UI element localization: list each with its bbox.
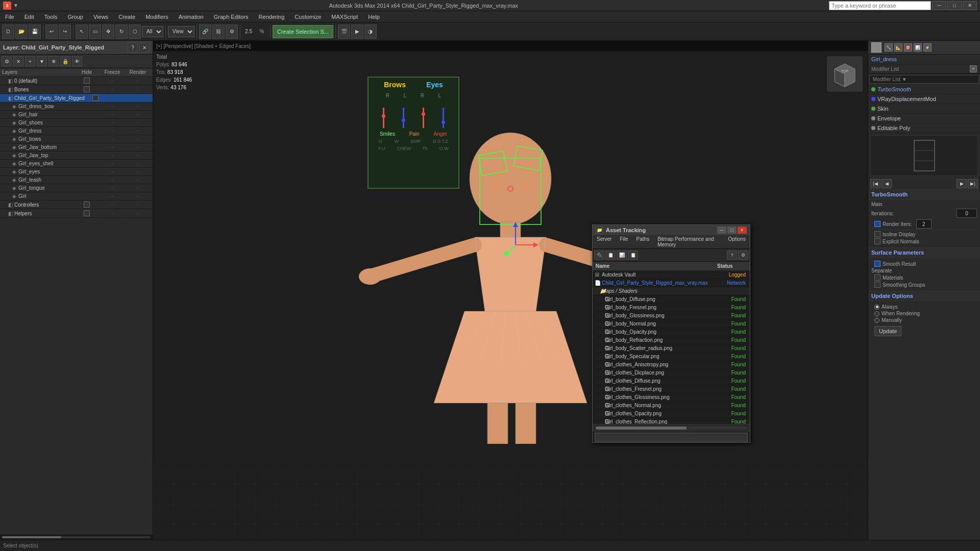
layer-row[interactable]: ◈ Girl ··· ···: [0, 192, 153, 201]
link-btn[interactable]: 🔗: [199, 24, 211, 39]
layer-row[interactable]: ◧ Child_Girl_Party_Style_Rigged ··· ···: [0, 94, 153, 103]
menu-tools[interactable]: Tools: [39, 11, 63, 22]
mod-icon-1[interactable]: 🔧: [885, 43, 893, 52]
manually-radio[interactable]: [874, 318, 879, 323]
asset-list-item[interactable]: 🖼 Girl_clothes_Fresnel.png Found: [593, 385, 750, 393]
smooth-result-cb[interactable]: [874, 261, 880, 267]
mod-nav-2[interactable]: ◀: [881, 179, 892, 188]
mod-icon-2[interactable]: 📐: [894, 43, 902, 52]
layer-row[interactable]: ◈ Girl_dress_bow ··· ···: [0, 103, 153, 111]
select-region-btn[interactable]: ▭: [89, 24, 101, 39]
search-input[interactable]: [829, 1, 931, 10]
maximize-button[interactable]: □: [947, 1, 962, 10]
menu-edit[interactable]: Edit: [19, 11, 39, 22]
asset-list-item[interactable]: 🖼 Girl_clothes_Reflection.png Found: [593, 418, 750, 424]
menu-graph-editors[interactable]: Graph Editors: [209, 11, 254, 22]
asset-list-item[interactable]: 🖼 Girl_clothes_Dicplace.png Found: [593, 369, 750, 377]
viewport-nav-cube[interactable]: TOP: [827, 56, 863, 92]
render-iters-cb[interactable]: [874, 221, 880, 227]
asset-menu-paths[interactable]: Paths: [632, 235, 654, 248]
layers-close-btn[interactable]: ✕: [139, 42, 150, 53]
open-btn[interactable]: 📂: [15, 24, 28, 39]
menu-rendering[interactable]: Rendering: [254, 11, 290, 22]
iterations-input[interactable]: [957, 209, 977, 218]
layer-row[interactable]: ◈ Girl_bows ··· ···: [0, 135, 153, 143]
asset-list-item[interactable]: 📄 Child_Girl_Party_Style_Rigged_max_vray…: [593, 279, 750, 287]
asset-list-item[interactable]: 🖼 Girl_body_Refraction.png Found: [593, 336, 750, 344]
layers-help-btn[interactable]: ?: [128, 42, 138, 53]
select-btn[interactable]: ↖: [76, 24, 88, 39]
menu-maxscript[interactable]: MAXScript: [326, 11, 363, 22]
asset-file-list[interactable]: 🏛 Autodesk Vault Logged 📄 Child_Girl_Par…: [593, 271, 750, 424]
layer-row[interactable]: ◈ Girl_dress ··· ···: [0, 127, 153, 135]
asset-minimize-btn[interactable]: ─: [717, 227, 726, 234]
asset-close-btn[interactable]: ✕: [738, 227, 747, 234]
layer-row[interactable]: ◈ Girl_eyes_shell ··· ···: [0, 160, 153, 168]
asset-list-item[interactable]: 🖼 Girl_clothes_Glossiness.png Found: [593, 393, 750, 402]
layers-freeze-btn[interactable]: ❄: [48, 56, 59, 66]
menu-help[interactable]: Help: [363, 11, 385, 22]
asset-menu-file[interactable]: File: [616, 235, 632, 248]
asset-list-item[interactable]: 🖼 Girl_clothes_Normal.png Found: [593, 402, 750, 410]
explicit-normals-cb[interactable]: [874, 238, 880, 244]
asset-menu-options[interactable]: Options: [724, 235, 750, 248]
asset-menu-server[interactable]: Server: [593, 235, 616, 248]
mod-vraydisplacement[interactable]: VRayDisplacementMod: [868, 94, 980, 104]
mod-skin[interactable]: Skin: [868, 104, 980, 114]
asset-list-item[interactable]: 🖼 Girl_clothes_Opacity.png Found: [593, 410, 750, 418]
layer-row[interactable]: ◈ Girl_tongue ··· ···: [0, 184, 153, 192]
smoothing-groups-cb[interactable]: [874, 282, 880, 288]
asset-list-item[interactable]: 🖼 Girl_body_Opacity.png Found: [593, 328, 750, 336]
render-iters-input[interactable]: [916, 219, 932, 229]
layer-row[interactable]: ◧ Controllers ··· ···: [0, 201, 153, 209]
new-btn[interactable]: 🗋: [2, 24, 14, 39]
layers-move-btn[interactable]: ▼: [37, 56, 47, 66]
asset-list-item[interactable]: 🖼 Girl_body_Normal.png Found: [593, 320, 750, 328]
asset-list-item[interactable]: 🖼 Girl_body_Specular.png Found: [593, 353, 750, 361]
layer-row[interactable]: ◧ 0 (default) ··· ···: [0, 77, 153, 85]
render-setup-btn[interactable]: 🎬: [338, 24, 350, 39]
asset-list-item[interactable]: 🖼 Girl_body_Glossiness.png Found: [593, 312, 750, 320]
mod-nav-1[interactable]: |◀: [870, 179, 880, 188]
mod-icon-5[interactable]: ⚡: [923, 43, 932, 52]
update-button[interactable]: Update: [874, 326, 901, 336]
mod-list-arrow-btn[interactable]: ▼: [970, 65, 977, 72]
unlink-btn[interactable]: ⛓: [212, 24, 225, 39]
quick-render-btn[interactable]: ▶: [351, 24, 363, 39]
layers-close2-btn[interactable]: ✕: [13, 56, 23, 66]
menu-file[interactable]: File: [0, 11, 19, 22]
isoline-cb[interactable]: [874, 231, 880, 237]
layer-row[interactable]: ◧ Helpers ··· ···: [0, 209, 153, 218]
asset-menu-bitmap[interactable]: Bitmap Performance and Memory: [653, 235, 724, 248]
asset-restore-btn[interactable]: □: [727, 227, 737, 234]
asset-tb-1[interactable]: 🔌: [594, 251, 604, 260]
mod-turbosmooth[interactable]: TurboSmooth: [868, 85, 980, 94]
mod-icon-3[interactable]: 🎯: [904, 43, 912, 52]
layers-add-btn[interactable]: +: [25, 56, 35, 66]
asset-list-item[interactable]: 🖼 Girl_body_Diffuse.png Found: [593, 295, 750, 304]
layer-row[interactable]: ◈ Girl_hair ··· ···: [0, 111, 153, 119]
layer-row[interactable]: ◧ Bones ··· ···: [0, 85, 153, 94]
menu-modifiers[interactable]: Modifiers: [140, 11, 174, 22]
viewport-3d[interactable]: [+] [Perspective] [Shaded + Edged Faces]…: [153, 41, 868, 540]
layer-row[interactable]: ◈ Girl_Jaw_top ··· ···: [0, 152, 153, 160]
layer-row[interactable]: ◈ Girl_Jaw_bottom ··· ···: [0, 143, 153, 152]
asset-tb-settings[interactable]: ⚙: [738, 251, 748, 260]
layers-scrollbar[interactable]: [0, 534, 153, 540]
minimize-button[interactable]: ─: [932, 1, 946, 10]
mod-icon-4[interactable]: 📊: [914, 43, 922, 52]
menu-animation[interactable]: Animation: [174, 11, 209, 22]
menu-group[interactable]: Group: [62, 11, 88, 22]
asset-tb-4[interactable]: 📋: [628, 251, 638, 260]
asset-list-item[interactable]: 🖼 Girl_body_Fresnel.png Found: [593, 304, 750, 312]
asset-list-item[interactable]: 🖼 Girl_body_Scatter_radius.png Found: [593, 344, 750, 353]
always-radio[interactable]: [874, 305, 879, 310]
asset-tb-2[interactable]: 📋: [605, 251, 616, 260]
asset-list-item[interactable]: 🏛 Autodesk Vault Logged: [593, 271, 750, 279]
menu-customize[interactable]: Customize: [289, 11, 326, 22]
redo-btn[interactable]: ↪: [59, 24, 71, 39]
bind-btn[interactable]: ⚙: [226, 24, 238, 39]
asset-list-item[interactable]: 🖼 Girl_clothes_Anisotropy.png Found: [593, 361, 750, 369]
save-btn[interactable]: 💾: [29, 24, 41, 39]
menu-create[interactable]: Create: [113, 11, 140, 22]
